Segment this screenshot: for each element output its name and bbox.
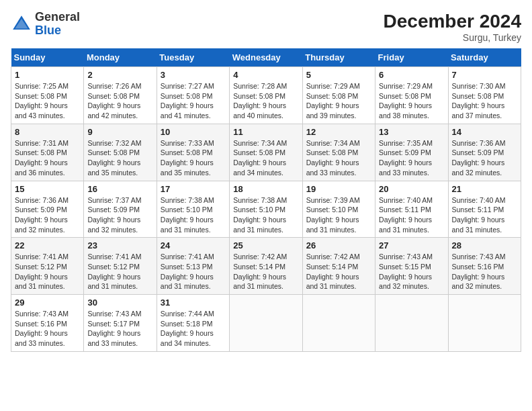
calendar-day: 20Sunrise: 7:40 AM Sunset: 5:11 PM Dayli… — [375, 181, 448, 238]
weekday-header: Thursday — [302, 48, 375, 67]
logo-blue: Blue — [35, 24, 61, 37]
day-info: Sunrise: 7:41 AM Sunset: 5:12 PM Dayligh… — [87, 252, 152, 291]
day-number: 18 — [233, 184, 298, 194]
day-info: Sunrise: 7:43 AM Sunset: 5:16 PM Dayligh… — [452, 252, 517, 291]
day-info: Sunrise: 7:29 AM Sunset: 5:08 PM Dayligh… — [379, 81, 444, 121]
day-number: 30 — [87, 298, 152, 308]
calendar-day: 24Sunrise: 7:41 AM Sunset: 5:13 PM Dayli… — [157, 238, 229, 295]
day-info: Sunrise: 7:34 AM Sunset: 5:08 PM Dayligh… — [233, 138, 298, 178]
day-number: 4 — [233, 70, 298, 80]
day-number: 22 — [15, 240, 80, 250]
day-number: 2 — [87, 70, 152, 80]
calendar-day — [375, 295, 448, 352]
day-number: 27 — [379, 240, 444, 250]
calendar-day: 22Sunrise: 7:41 AM Sunset: 5:12 PM Dayli… — [11, 238, 84, 295]
calendar-day: 23Sunrise: 7:41 AM Sunset: 5:12 PM Dayli… — [84, 238, 157, 295]
day-info: Sunrise: 7:31 AM Sunset: 5:08 PM Dayligh… — [15, 138, 80, 178]
calendar-week: 1Sunrise: 7:25 AM Sunset: 5:08 PM Daylig… — [11, 67, 521, 124]
day-info: Sunrise: 7:41 AM Sunset: 5:12 PM Dayligh… — [15, 252, 80, 291]
day-info: Sunrise: 7:44 AM Sunset: 5:18 PM Dayligh… — [161, 309, 226, 349]
calendar-day: 14Sunrise: 7:36 AM Sunset: 5:09 PM Dayli… — [448, 124, 521, 181]
calendar-day: 26Sunrise: 7:42 AM Sunset: 5:14 PM Dayli… — [302, 238, 375, 295]
day-info: Sunrise: 7:38 AM Sunset: 5:10 PM Dayligh… — [161, 195, 226, 235]
day-info: Sunrise: 7:39 AM Sunset: 5:10 PM Dayligh… — [306, 195, 371, 235]
day-number: 23 — [87, 240, 152, 250]
day-number: 25 — [233, 240, 298, 250]
calendar-day: 3Sunrise: 7:27 AM Sunset: 5:08 PM Daylig… — [157, 67, 229, 124]
calendar-week: 8Sunrise: 7:31 AM Sunset: 5:08 PM Daylig… — [11, 124, 521, 181]
day-number: 21 — [452, 184, 517, 194]
calendar-day: 27Sunrise: 7:43 AM Sunset: 5:15 PM Dayli… — [375, 238, 448, 295]
day-number: 11 — [233, 127, 298, 137]
day-number: 28 — [452, 240, 517, 250]
day-number: 6 — [379, 70, 444, 80]
day-info: Sunrise: 7:35 AM Sunset: 5:09 PM Dayligh… — [379, 138, 444, 178]
day-info: Sunrise: 7:33 AM Sunset: 5:08 PM Dayligh… — [161, 138, 226, 178]
calendar-day: 1Sunrise: 7:25 AM Sunset: 5:08 PM Daylig… — [11, 67, 84, 124]
calendar-day: 9Sunrise: 7:32 AM Sunset: 5:08 PM Daylig… — [84, 124, 157, 181]
weekday-header: Wednesday — [230, 48, 302, 67]
day-number: 16 — [87, 184, 152, 194]
logo-icon — [11, 13, 32, 35]
location: Surgu, Turkey — [384, 32, 521, 43]
calendar-day — [302, 295, 375, 352]
day-number: 31 — [161, 298, 226, 308]
day-number: 13 — [379, 127, 444, 137]
calendar-day: 17Sunrise: 7:38 AM Sunset: 5:10 PM Dayli… — [157, 181, 229, 238]
calendar-day: 16Sunrise: 7:37 AM Sunset: 5:09 PM Dayli… — [84, 181, 157, 238]
day-number: 3 — [161, 70, 226, 80]
day-info: Sunrise: 7:43 AM Sunset: 5:16 PM Dayligh… — [15, 309, 80, 349]
logo-general: General — [35, 10, 80, 24]
day-number: 8 — [15, 127, 80, 137]
calendar-week: 22Sunrise: 7:41 AM Sunset: 5:12 PM Dayli… — [11, 238, 521, 295]
calendar-day: 6Sunrise: 7:29 AM Sunset: 5:08 PM Daylig… — [375, 67, 448, 124]
day-info: Sunrise: 7:28 AM Sunset: 5:08 PM Dayligh… — [233, 81, 298, 121]
weekday-header: Saturday — [448, 48, 521, 67]
day-number: 20 — [379, 184, 444, 194]
calendar-day: 5Sunrise: 7:29 AM Sunset: 5:08 PM Daylig… — [302, 67, 375, 124]
calendar-day: 2Sunrise: 7:26 AM Sunset: 5:08 PM Daylig… — [84, 67, 157, 124]
calendar-week: 15Sunrise: 7:36 AM Sunset: 5:09 PM Dayli… — [11, 181, 521, 238]
day-number: 29 — [15, 298, 80, 308]
calendar-day: 29Sunrise: 7:43 AM Sunset: 5:16 PM Dayli… — [11, 295, 84, 352]
day-info: Sunrise: 7:29 AM Sunset: 5:08 PM Dayligh… — [306, 81, 371, 121]
weekday-header: Monday — [84, 48, 157, 67]
day-number: 26 — [306, 240, 371, 250]
day-info: Sunrise: 7:40 AM Sunset: 5:11 PM Dayligh… — [452, 195, 517, 235]
weekday-header: Tuesday — [157, 48, 229, 67]
day-number: 10 — [161, 127, 226, 137]
calendar-day: 12Sunrise: 7:34 AM Sunset: 5:08 PM Dayli… — [302, 124, 375, 181]
day-info: Sunrise: 7:36 AM Sunset: 5:09 PM Dayligh… — [452, 138, 517, 178]
calendar-day: 31Sunrise: 7:44 AM Sunset: 5:18 PM Dayli… — [157, 295, 229, 352]
calendar-day: 11Sunrise: 7:34 AM Sunset: 5:08 PM Dayli… — [230, 124, 302, 181]
day-number: 12 — [306, 127, 371, 137]
day-number: 7 — [452, 70, 517, 80]
day-info: Sunrise: 7:38 AM Sunset: 5:10 PM Dayligh… — [233, 195, 298, 235]
day-info: Sunrise: 7:34 AM Sunset: 5:08 PM Dayligh… — [306, 138, 371, 178]
calendar-day: 8Sunrise: 7:31 AM Sunset: 5:08 PM Daylig… — [11, 124, 84, 181]
day-info: Sunrise: 7:32 AM Sunset: 5:08 PM Dayligh… — [87, 138, 152, 178]
day-info: Sunrise: 7:27 AM Sunset: 5:08 PM Dayligh… — [161, 81, 226, 121]
day-info: Sunrise: 7:43 AM Sunset: 5:17 PM Dayligh… — [87, 309, 152, 349]
day-info: Sunrise: 7:25 AM Sunset: 5:08 PM Dayligh… — [15, 81, 80, 121]
weekday-header: Friday — [375, 48, 448, 67]
day-info: Sunrise: 7:43 AM Sunset: 5:15 PM Dayligh… — [379, 252, 444, 291]
title-block: December 2024 Surgu, Turkey — [384, 11, 521, 43]
day-info: Sunrise: 7:42 AM Sunset: 5:14 PM Dayligh… — [306, 252, 371, 291]
day-number: 19 — [306, 184, 371, 194]
calendar-table: SundayMondayTuesdayWednesdayThursdayFrid… — [11, 48, 521, 352]
day-number: 9 — [87, 127, 152, 137]
day-number: 1 — [15, 70, 80, 80]
calendar-day — [448, 295, 521, 352]
day-info: Sunrise: 7:37 AM Sunset: 5:09 PM Dayligh… — [87, 195, 152, 235]
calendar-day: 13Sunrise: 7:35 AM Sunset: 5:09 PM Dayli… — [375, 124, 448, 181]
logo: General Blue — [11, 11, 80, 38]
day-number: 14 — [452, 127, 517, 137]
calendar-week: 29Sunrise: 7:43 AM Sunset: 5:16 PM Dayli… — [11, 295, 521, 352]
month-year: December 2024 — [384, 11, 521, 32]
day-info: Sunrise: 7:40 AM Sunset: 5:11 PM Dayligh… — [379, 195, 444, 235]
calendar-day: 21Sunrise: 7:40 AM Sunset: 5:11 PM Dayli… — [448, 181, 521, 238]
calendar-day: 18Sunrise: 7:38 AM Sunset: 5:10 PM Dayli… — [230, 181, 302, 238]
calendar-header: SundayMondayTuesdayWednesdayThursdayFrid… — [11, 48, 521, 67]
page-header: General Blue December 2024 Surgu, Turkey — [11, 11, 521, 43]
